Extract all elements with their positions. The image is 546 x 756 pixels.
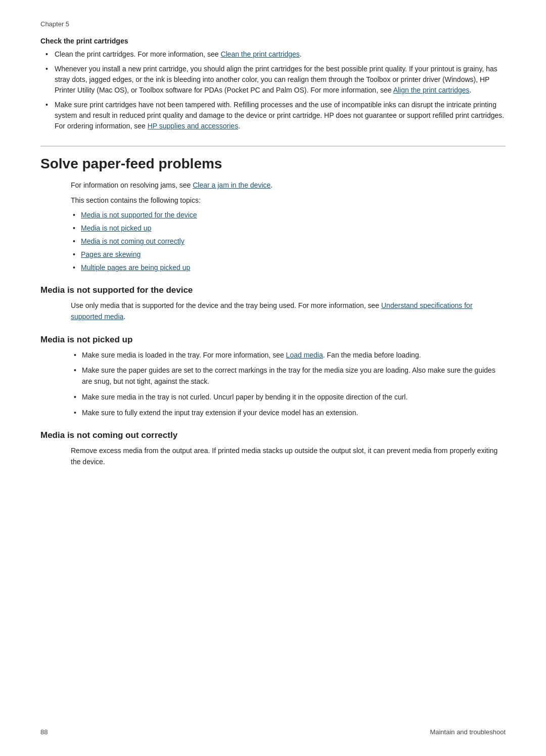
topic-item-4: Pages are skewing	[71, 249, 506, 260]
topic-link-1[interactable]: Media is not supported for the device	[81, 211, 197, 219]
topic-item-1: Media is not supported for the device	[71, 210, 506, 220]
topic-link-2[interactable]: Media is not picked up	[81, 224, 151, 232]
media-not-coming-out-section: Media is not coming out correctly Remove…	[40, 430, 506, 467]
pickup-bullet-4: Make sure to fully extend the input tray…	[71, 408, 506, 419]
pickup-bullet-2-text: Make sure the paper guides are set to th…	[82, 366, 495, 385]
footer-section-label: Maintain and troubleshoot	[430, 728, 506, 736]
cartridges-bullet-list: Clean the print cartridges. For more inf…	[40, 49, 506, 131]
media-not-coming-out-heading: Media is not coming out correctly	[40, 430, 506, 440]
cartridges-bullet-1-text: Clean the print cartridges. For more inf…	[55, 50, 220, 58]
load-media-link[interactable]: Load media	[286, 351, 323, 359]
pickup-bullet-1-before: Make sure media is loaded in the tray. F…	[82, 351, 286, 359]
cartridges-bullet-3-text: Make sure print cartridges have not been…	[55, 101, 504, 130]
pickup-bullet-3-text: Make sure media in the tray is not curle…	[82, 393, 407, 401]
intro-before: For information on resolving jams, see	[71, 181, 193, 189]
pickup-bullet-1-after: . Fan the media before loading.	[323, 351, 421, 359]
footer-page-number: 88	[40, 728, 48, 736]
media-not-coming-out-body: Remove excess media from the output area…	[40, 446, 506, 467]
clean-cartridges-link[interactable]: Clean the print cartridges	[220, 50, 299, 58]
media-not-picked-up-heading: Media is not picked up	[40, 335, 506, 345]
media-not-picked-up-section: Media is not picked up Make sure media i…	[40, 335, 506, 418]
pickup-bullet-4-text: Make sure to fully extend the input tray…	[82, 409, 358, 417]
topic-item-5: Multiple pages are being picked up	[71, 262, 506, 273]
media-not-picked-up-list: Make sure media is loaded in the tray. F…	[40, 350, 506, 418]
media-not-supported-body-after: .	[123, 313, 125, 321]
check-cartridges-title: Check the print cartridges	[40, 37, 506, 45]
check-cartridges-section: Check the print cartridges Clean the pri…	[40, 37, 506, 131]
cartridges-bullet-3-after: .	[238, 122, 240, 130]
topic-link-5[interactable]: Multiple pages are being picked up	[81, 263, 190, 272]
pickup-bullet-1: Make sure media is loaded in the tray. F…	[71, 350, 506, 361]
pickup-bullet-3: Make sure media in the tray is not curle…	[71, 392, 506, 403]
hp-supplies-link[interactable]: HP supplies and accessories	[148, 122, 239, 130]
footer: 88 Maintain and troubleshoot	[40, 728, 506, 736]
align-cartridges-link[interactable]: Align the print cartridges	[393, 86, 470, 94]
pickup-bullet-2: Make sure the paper guides are set to th…	[71, 365, 506, 387]
topic-item-2: Media is not picked up	[71, 223, 506, 234]
topics-list: Media is not supported for the device Me…	[40, 210, 506, 273]
clear-jam-link[interactable]: Clear a jam in the device	[193, 181, 270, 189]
topic-item-3: Media is not coming out correctly	[71, 236, 506, 247]
intro-after: .	[270, 181, 272, 189]
topic-link-4[interactable]: Pages are skewing	[81, 250, 141, 258]
media-not-supported-body: Use only media that is supported for the…	[40, 300, 506, 322]
cartridges-bullet-2: Whenever you install a new print cartrid…	[40, 64, 506, 96]
cartridges-bullet-3: Make sure print cartridges have not been…	[40, 100, 506, 131]
topic-link-3[interactable]: Media is not coming out correctly	[81, 237, 185, 245]
main-heading: Solve paper-feed problems	[40, 146, 506, 172]
intro-text: For information on resolving jams, see C…	[40, 180, 506, 191]
media-not-supported-section: Media is not supported for the device Us…	[40, 285, 506, 322]
media-not-supported-heading: Media is not supported for the device	[40, 285, 506, 295]
topics-intro: This section contains the following topi…	[40, 195, 506, 206]
chapter-label: Chapter 5	[40, 20, 506, 28]
cartridges-bullet-1: Clean the print cartridges. For more inf…	[40, 49, 506, 60]
media-not-supported-body-before: Use only media that is supported for the…	[71, 301, 381, 309]
